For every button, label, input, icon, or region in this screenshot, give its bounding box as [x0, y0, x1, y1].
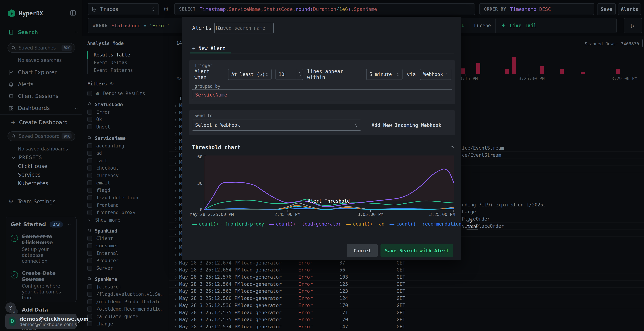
play-button[interactable]: ▷	[624, 18, 642, 33]
checkbox[interactable]	[87, 243, 92, 248]
table-row[interactable]: May 28 3:25:12.534 PMload-generatorError…	[169, 323, 644, 330]
sidebar-collapse-icon[interactable]	[70, 9, 76, 16]
checkbox[interactable]	[87, 165, 92, 171]
preset-clickhouse[interactable]: ClickHouse	[18, 163, 48, 169]
legend-item[interactable]: count()·frontend-proxy	[192, 221, 264, 227]
sidebar-item-team-settings[interactable]: ⚙ Team Settings	[8, 198, 78, 205]
checkbox[interactable]	[87, 124, 92, 129]
checkbox[interactable]	[87, 188, 92, 193]
table-row[interactable]: May 28 3:25:12.564 PMload-generatorError…	[169, 281, 644, 288]
checkbox[interactable]	[87, 117, 92, 122]
grouped-by-input[interactable]: ServiceName	[192, 89, 452, 100]
histogram-bar[interactable]	[505, 69, 509, 74]
order-by-input[interactable]: ORDER BY Timestamp DESC	[480, 3, 594, 15]
chevron-up-icon[interactable]	[74, 105, 78, 111]
add-new-webhook-button[interactable]: Add New Incoming Webhook	[372, 120, 441, 131]
saved-searches-search[interactable]: ⌘K	[8, 43, 75, 53]
checkbox[interactable]	[87, 299, 92, 304]
window-select[interactable]: 5 minute	[366, 69, 402, 80]
checkbox[interactable]	[87, 236, 92, 241]
histogram-bar[interactable]	[476, 63, 480, 74]
sidebar-item-alerts[interactable]: Alerts	[8, 80, 78, 88]
chevron-up-icon[interactable]	[74, 30, 78, 34]
filter-option[interactable]: Internal	[87, 250, 166, 257]
analysis-mode-event-deltas[interactable]: Event Deltas	[87, 59, 166, 66]
checkbox[interactable]	[87, 91, 92, 96]
filter-option[interactable]: change	[87, 320, 166, 328]
preset-services[interactable]: Services	[18, 172, 40, 178]
filter-option[interactable]: flagd	[87, 187, 166, 194]
checkbox[interactable]	[87, 158, 92, 163]
filter-option[interactable]: {closure}	[87, 283, 166, 291]
table-row[interactable]: May 28 3:25:12.535 PMload-generatorError…	[169, 316, 644, 323]
filter-option[interactable]: Unset	[87, 123, 166, 131]
saved-dashboards-search[interactable]: ⌘K	[8, 131, 75, 141]
webhook-select[interactable]: Select a Webhook	[192, 120, 361, 131]
denoise-toggle[interactable]: ◍ Denoise Results	[87, 90, 166, 97]
filter-option[interactable]: /flagd.evaluation.v1.Se…	[87, 291, 166, 298]
number-stepper[interactable]	[296, 69, 303, 79]
filter-option[interactable]: /oteldemo.ProductCatalo…	[87, 298, 166, 306]
language-lucene[interactable]: Lucene	[474, 23, 491, 28]
save-button[interactable]: Save	[597, 3, 616, 15]
histogram-bar[interactable]	[560, 69, 564, 74]
checkbox[interactable]	[87, 143, 92, 148]
sidebar-item-chart-explorer[interactable]: Chart Explorer	[8, 68, 78, 76]
filter-option[interactable]: Server	[87, 264, 166, 272]
chevron-right-icon[interactable]	[174, 325, 177, 331]
checkbox[interactable]	[87, 151, 92, 156]
get-started-step-1[interactable]: ✓ Connect to ClickHouse Set up your data…	[11, 234, 72, 264]
sql-select-input[interactable]: SELECT Timestamp,ServiceName,StatusCode,…	[174, 3, 475, 15]
filter-option[interactable]: checkout	[87, 164, 166, 172]
checkbox[interactable]	[87, 110, 92, 115]
presets-toggle[interactable]: PRESETS	[12, 155, 42, 160]
checkbox[interactable]	[87, 266, 92, 271]
legend-item[interactable]: count()·ad	[346, 221, 384, 227]
checkbox[interactable]	[87, 180, 92, 185]
checkbox[interactable]	[87, 173, 92, 178]
legend-item[interactable]: count()·load-generator	[269, 221, 341, 227]
table-row[interactable]: May 28 3:25:12.535 PMload-generatorError…	[169, 309, 644, 316]
save-search-with-alert-button[interactable]: Save Search with Alert	[380, 244, 453, 257]
table-row[interactable]: May 28 3:25:12.563 PMload-generatorError…	[169, 288, 644, 295]
alerts-button[interactable]: Alerts	[618, 3, 641, 15]
checkbox[interactable]	[87, 321, 92, 326]
histogram-bar[interactable]	[540, 66, 544, 74]
saved-searches-input[interactable]	[18, 45, 59, 50]
scrollbar-thumb[interactable]	[642, 39, 643, 47]
chevron-up-icon[interactable]	[67, 223, 72, 226]
filter-option[interactable]: cart	[87, 157, 166, 164]
filter-option[interactable]: frontend	[87, 201, 166, 209]
cancel-button[interactable]: Cancel	[347, 244, 378, 257]
legend-more-button[interactable]: +3 more	[466, 218, 478, 230]
analysis-mode-event-patterns[interactable]: Event Patterns	[87, 66, 166, 74]
preset-kubernetes[interactable]: Kubernetes	[18, 180, 48, 186]
source-select[interactable]: Traces	[88, 3, 159, 15]
threshold-value-input[interactable]: 10	[276, 69, 303, 80]
filter-option[interactable]: Error	[87, 108, 166, 116]
threshold-type-select[interactable]: At least (≥)	[228, 69, 271, 80]
checkbox[interactable]	[87, 284, 92, 289]
table-row[interactable]: May 28 3:25:12.674 PMload-generatorError…	[169, 259, 644, 267]
chevron-right-icon[interactable]	[174, 252, 177, 259]
histogram-bar[interactable]	[461, 68, 465, 74]
table-row[interactable]: May 28 3:25:12.560 PMload-generatorError…	[169, 295, 644, 302]
analysis-mode-results-table[interactable]: Results Table	[87, 51, 166, 59]
filter-option[interactable]: calculate-quote	[87, 313, 166, 320]
filter-option[interactable]: Client	[87, 235, 166, 242]
refresh-icon[interactable]: ↻	[110, 81, 114, 87]
filter-option[interactable]: email	[87, 179, 166, 187]
sidebar-item-client-sessions[interactable]: Client Sessions	[8, 92, 78, 100]
sidebar-item-search[interactable]: Search	[8, 29, 78, 35]
checkbox[interactable]	[87, 203, 92, 208]
channel-select[interactable]: Webhook	[420, 69, 451, 80]
table-row[interactable]: May 28 3:25:12.576 PMload-generatorError…	[169, 274, 644, 281]
get-started-step-2[interactable]: ✓ Create Data Sources Configure where yo…	[11, 270, 72, 301]
checkbox[interactable]	[87, 251, 92, 256]
histogram-bar[interactable]	[512, 57, 516, 74]
threshold-chart[interactable]: 03060May 28 2:25:00 PM2:45:00 PM3:05:00 …	[196, 153, 456, 219]
tab-new-alert[interactable]: + New Alert	[192, 45, 226, 52]
filter-option[interactable]: currency	[87, 172, 166, 179]
create-dashboard-button[interactable]: + Create Dashboard	[11, 119, 68, 126]
filter-option[interactable]: /oteldemo.Recommendatio…	[87, 306, 166, 313]
